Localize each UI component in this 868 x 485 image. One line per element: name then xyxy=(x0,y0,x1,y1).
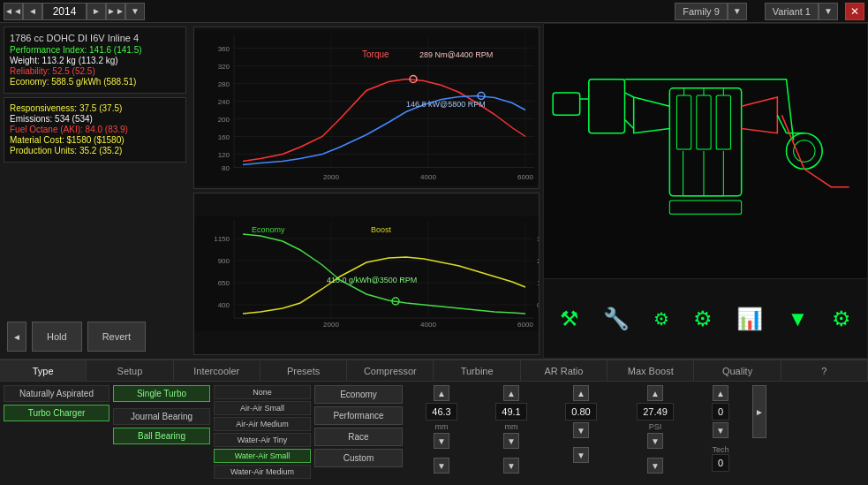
max-boost-down2[interactable]: ▼ xyxy=(647,458,663,474)
reliability: Reliability: 52.5 (52.5) xyxy=(10,66,180,76)
svg-text:240: 240 xyxy=(218,98,230,106)
tab-help[interactable]: ? xyxy=(781,360,868,381)
svg-text:4000: 4000 xyxy=(420,173,436,181)
tab-content: Naturally Aspirated Turbo Charger Single… xyxy=(0,382,868,485)
ar-ratio-up[interactable]: ▲ xyxy=(573,385,589,401)
family-dropdown[interactable]: Family 9 xyxy=(675,3,728,20)
svg-text:6000: 6000 xyxy=(517,173,533,181)
ic-air-air-small[interactable]: Air-Air Small xyxy=(214,401,311,415)
setup-single-turbo[interactable]: Single Turbo xyxy=(113,385,210,402)
close-button[interactable]: ✕ xyxy=(845,3,864,20)
svg-text:6000: 6000 xyxy=(517,321,533,329)
bearing-ball[interactable]: Ball Bearing xyxy=(113,428,210,444)
type-column: Naturally Aspirated Turbo Charger xyxy=(4,385,109,483)
action-buttons: ◄ Hold Revert xyxy=(4,318,186,355)
svg-text:900: 900 xyxy=(218,257,230,265)
year-dropdown[interactable]: ▼ xyxy=(125,3,145,20)
prev-prev-btn[interactable]: ◄◄ xyxy=(4,3,23,20)
help-column: ► xyxy=(751,385,768,483)
svg-text:200: 200 xyxy=(218,116,230,124)
max-boost-down[interactable]: ▼ xyxy=(647,433,663,449)
tech-value: 0 xyxy=(712,454,729,472)
hold-button[interactable]: Hold xyxy=(32,322,82,352)
intercooler-list: None Air-Air Small Air-Air Medium Water-… xyxy=(214,385,311,479)
ic-air-air-medium[interactable]: Air-Air Medium xyxy=(214,417,311,431)
svg-text:360: 360 xyxy=(218,45,230,53)
type-naturally-aspirated[interactable]: Naturally Aspirated xyxy=(4,385,109,402)
ar-ratio-down2[interactable]: ▼ xyxy=(573,447,589,463)
prev-btn[interactable]: ◄ xyxy=(23,3,42,20)
engine-icon-7: ⚙ xyxy=(832,307,851,331)
quality-down[interactable]: ▼ xyxy=(713,422,728,438)
engine-title: 1786 cc DOHC DI I6V Inline 4 xyxy=(10,33,180,43)
engine-info-box: 1786 cc DOHC DI I6V Inline 4 Performance… xyxy=(4,27,186,94)
right-arrow-col: ► xyxy=(751,385,768,438)
quality-value: 0 xyxy=(712,403,729,421)
preset-custom[interactable]: Custom xyxy=(314,449,403,467)
tab-type[interactable]: Type xyxy=(0,360,87,381)
svg-text:Economy: Economy xyxy=(252,225,285,234)
preset-race[interactable]: Race xyxy=(314,428,403,446)
tab-quality[interactable]: Quality xyxy=(694,360,781,381)
preset-performance[interactable]: Performance xyxy=(314,406,403,425)
turbine-down[interactable]: ▼ xyxy=(503,433,519,449)
compressor-down[interactable]: ▼ xyxy=(434,433,449,449)
variant-dropdown[interactable]: Variant 1 xyxy=(765,3,819,20)
next-next-btn[interactable]: ►► xyxy=(106,3,125,20)
ar-ratio-column: ▲ 0.80 ▼ ▼ xyxy=(546,385,616,483)
ar-ratio-down[interactable]: ▼ xyxy=(573,422,589,438)
variant-dropdown-arrow[interactable]: ▼ xyxy=(819,3,838,20)
svg-text:120: 120 xyxy=(218,151,230,159)
compressor-down2[interactable]: ▼ xyxy=(434,458,449,474)
left-panel: 1786 cc DOHC DI I6V Inline 4 Performance… xyxy=(0,23,190,359)
ic-none[interactable]: None xyxy=(214,385,311,399)
scroll-right-button[interactable]: ► xyxy=(752,385,766,438)
revert-button[interactable]: Revert xyxy=(87,322,146,352)
engine-icon-6: ▼ xyxy=(787,307,808,331)
turbine-value: 49.1 xyxy=(495,403,526,421)
max-boost-value: 27.49 xyxy=(637,403,674,421)
economy: Economy: 588.5 g/kWh (588.51) xyxy=(10,77,180,87)
tab-presets[interactable]: Presets xyxy=(260,360,347,381)
quality-up[interactable]: ▲ xyxy=(713,385,728,401)
ic-water-air-medium[interactable]: Water-Air Medium xyxy=(214,465,311,479)
compressor-unit: mm xyxy=(435,422,449,431)
tab-turbine[interactable]: Turbine xyxy=(434,360,520,381)
tab-compressor[interactable]: Compressor xyxy=(347,360,434,381)
engine-diagram xyxy=(544,24,867,278)
family-dropdown-arrow[interactable]: ▼ xyxy=(728,3,747,20)
bottom-tabs: Type Setup Intercooler Presets Compresso… xyxy=(0,359,868,485)
type-turbo-charger[interactable]: Turbo Charger xyxy=(4,405,109,421)
preset-economy[interactable]: Economy xyxy=(314,385,403,404)
tab-max-boost[interactable]: Max Boost xyxy=(608,360,694,381)
svg-text:160: 160 xyxy=(218,133,230,141)
chart-svg-top: 360 320 280 240 200 160 120 80 2000 4000… xyxy=(194,27,539,188)
ar-ratio-value: 0.80 xyxy=(565,403,596,421)
svg-text:3: 3 xyxy=(537,235,539,243)
tab-intercooler[interactable]: Intercooler xyxy=(174,360,260,381)
svg-text:4000: 4000 xyxy=(420,321,436,329)
production-units: Production Units: 35.2 (35.2) xyxy=(10,146,180,155)
svg-text:400: 400 xyxy=(218,301,230,309)
tab-setup[interactable]: Setup xyxy=(87,360,173,381)
max-boost-up[interactable]: ▲ xyxy=(647,385,663,401)
compressor-up[interactable]: ▲ xyxy=(434,385,449,401)
intercooler-column: None Air-Air Small Air-Air Medium Water-… xyxy=(214,385,311,483)
svg-text:289 Nm@4400 RPM: 289 Nm@4400 RPM xyxy=(419,50,493,59)
engine-area: ⚒ 🔧 ⚙ ⚙ 📊 ▼ ⚙ xyxy=(543,23,868,359)
next-btn[interactable]: ► xyxy=(87,3,106,20)
engine-icon-2: 🔧 xyxy=(603,307,630,331)
tab-ar-ratio[interactable]: AR Ratio xyxy=(521,360,608,381)
ic-water-air-tiny[interactable]: Water-Air Tiny xyxy=(214,433,311,447)
left-nav-button[interactable]: ◄ xyxy=(7,322,26,352)
engine-icon-1: ⚒ xyxy=(560,307,579,331)
svg-text:80: 80 xyxy=(222,164,230,172)
turbine-up[interactable]: ▲ xyxy=(503,385,519,401)
svg-text:146.8 kW@5800 RPM: 146.8 kW@5800 RPM xyxy=(406,100,486,109)
ic-water-air-small[interactable]: Water-Air Small xyxy=(214,449,311,463)
svg-text:1150: 1150 xyxy=(214,235,230,243)
engine-icons-row: ⚒ 🔧 ⚙ ⚙ 📊 ▼ ⚙ xyxy=(544,278,867,358)
turbine-down2[interactable]: ▼ xyxy=(503,458,519,474)
torque-power-chart: 360 320 280 240 200 160 120 80 2000 4000… xyxy=(193,27,540,189)
bearing-journal[interactable]: Journal Bearing xyxy=(113,408,210,425)
